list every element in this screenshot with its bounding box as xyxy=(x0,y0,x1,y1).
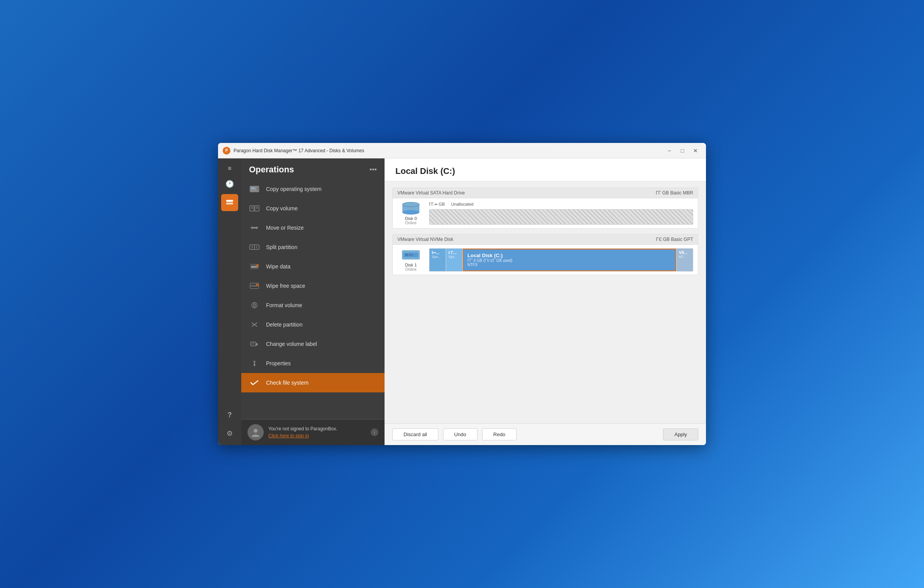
user-info-button[interactable]: i xyxy=(371,428,378,436)
ops-item-copy-os[interactable]: OS Copy operating system xyxy=(241,179,385,199)
sidebar-item-settings[interactable]: ⚙ xyxy=(221,425,238,442)
bottom-bar: Discard all Undo Redo Apply xyxy=(385,423,706,445)
content-header: Local Disk (C:) xyxy=(385,158,706,181)
ops-item-split-partition[interactable]: Split partition xyxy=(241,237,385,257)
svg-rect-8 xyxy=(251,208,253,209)
user-not-signed-text: You're not signed to ParagonBox. xyxy=(268,426,366,432)
disk1-status: Online xyxy=(405,267,417,272)
svg-rect-10 xyxy=(256,207,258,208)
ops-item-delete-partition[interactable]: Delete partition xyxy=(241,315,385,334)
ops-item-delete-partition-label: Delete partition xyxy=(266,322,302,328)
split-partition-icon xyxy=(249,242,260,253)
maximize-button[interactable]: □ xyxy=(677,146,688,155)
svg-rect-44 xyxy=(411,254,413,256)
disk1-group: VMware Virtual NVMe Disk ΓϾ GB Basic GPT xyxy=(392,234,698,275)
redo-button[interactable]: Redo xyxy=(482,428,517,440)
ops-item-change-label[interactable]: Change volume label xyxy=(241,334,385,354)
ops-item-copy-volume[interactable]: Copy volume xyxy=(241,199,385,218)
disk1-icon-block: Disk 1 Online xyxy=(397,248,424,272)
apply-button[interactable]: Apply xyxy=(663,428,698,440)
main-layout: ≡ 🕐 ? ⚙ xyxy=(218,158,706,445)
disk1-header: VMware Virtual NVMe Disk ΓϾ GB Basic GPT xyxy=(393,234,698,245)
ops-item-properties-label: Properties xyxy=(266,360,291,366)
titlebar-title: Paragon Hard Disk Manager™ 17 Advanced -… xyxy=(234,148,663,153)
minimize-button[interactable]: − xyxy=(663,146,675,155)
svg-rect-34 xyxy=(254,363,255,366)
svg-rect-0 xyxy=(226,200,233,202)
discard-all-button[interactable]: Discard all xyxy=(392,428,438,440)
svg-point-33 xyxy=(254,361,256,363)
ops-header: Operations ••• xyxy=(241,158,385,179)
user-section: You're not signed to ParagonBox. Click h… xyxy=(241,419,385,445)
disk1-body: Disk 1 Online Ι••... Sys... xyxy=(393,245,698,275)
user-avatar xyxy=(247,424,264,440)
ops-item-move-resize[interactable]: Move or Resize xyxy=(241,218,385,237)
disk1-bar: Ι••... Sys... Ι Γ... Sys... xyxy=(429,248,693,272)
bottom-bar-left: Discard all Undo Redo xyxy=(392,428,517,440)
disk0-bar-area: ΓΓ.•• GB Unallocated xyxy=(429,202,693,225)
svg-point-35 xyxy=(254,429,258,433)
disk0-unallocated-segment xyxy=(429,210,693,224)
delete-partition-icon xyxy=(249,319,260,330)
disk1-header-right: ΓϾ GB Basic GPT xyxy=(656,237,693,242)
svg-point-24 xyxy=(253,304,256,306)
disk-area: VMware Virtual SATA Hard Drive ΓΓ GB Bas… xyxy=(385,181,706,423)
wipe-free-icon: FREE xyxy=(249,280,260,291)
ops-item-properties[interactable]: Properties xyxy=(241,354,385,373)
disk1-vol-sys1[interactable]: Ι••... Sys... xyxy=(429,249,446,271)
disk0-body: Disk 0 Online ΓΓ.•• GB Unallocated xyxy=(393,198,698,228)
wipe-data-icon: DATA xyxy=(249,261,260,272)
disk0-icon-block: Disk 0 Online xyxy=(397,201,424,225)
ops-item-move-resize-label: Move or Resize xyxy=(266,225,304,231)
sidebar-top: 🕐 xyxy=(218,175,241,406)
svg-rect-7 xyxy=(251,207,253,208)
sidebar-item-history[interactable]: 🕐 xyxy=(221,175,238,193)
ops-more-button[interactable]: ••• xyxy=(369,166,377,174)
ops-item-check-fs-label: Check file system xyxy=(266,380,309,386)
svg-point-38 xyxy=(402,210,419,215)
operations-panel: Operations ••• OS Copy oper xyxy=(241,158,385,445)
app-icon: P xyxy=(223,147,230,155)
svg-rect-11 xyxy=(256,208,258,209)
properties-icon xyxy=(249,358,260,369)
sidebar-bottom: ? ⚙ xyxy=(218,406,241,445)
page-title: Local Disk (C:) xyxy=(395,166,695,176)
signin-link[interactable]: Click here to sign in xyxy=(268,433,309,438)
disk0-size-sub: Unallocated xyxy=(451,202,474,206)
ops-item-wipe-data-label: Wipe data xyxy=(266,263,290,270)
svg-rect-42 xyxy=(405,254,408,256)
ops-item-wipe-data[interactable]: DATA Wipe data xyxy=(241,257,385,276)
check-fs-icon xyxy=(249,377,260,388)
disk1-vol-sys2[interactable]: Ι Γ... Sys... xyxy=(446,249,462,271)
ops-item-format-volume[interactable]: Format volume xyxy=(241,296,385,315)
window-controls: − □ ✕ xyxy=(663,146,701,155)
svg-rect-12 xyxy=(252,227,256,229)
disk0-label: Disk 0 xyxy=(405,216,417,221)
user-info: You're not signed to ParagonBox. Click h… xyxy=(268,426,366,439)
disk0-group: VMware Virtual SATA Hard Drive ΓΓ GB Bas… xyxy=(392,187,698,229)
content-area: Local Disk (C:) VMware Virtual SATA Hard… xyxy=(385,158,706,445)
icon-sidebar: ≡ 🕐 ? ⚙ xyxy=(218,158,241,445)
menu-icon[interactable]: ≡ xyxy=(221,162,238,175)
ops-item-check-fs[interactable]: Check file system xyxy=(241,373,385,392)
undo-button[interactable]: Undo xyxy=(443,428,477,440)
disk0-size: ΓΓ.•• GB xyxy=(429,202,445,206)
sidebar-item-disks[interactable] xyxy=(221,194,238,211)
close-button[interactable]: ✕ xyxy=(690,146,701,155)
disk0-header-right: ΓΓ GB Basic MBR xyxy=(656,190,693,196)
ops-item-wipe-free-label: Wipe free space xyxy=(266,283,305,289)
disk0-icon xyxy=(401,201,421,215)
disk1-vol-c[interactable]: Local Disk (C:) ΓΓ'.ΙΙ GB (ΓV.ϾΓ GB used… xyxy=(463,249,676,271)
svg-rect-29 xyxy=(251,342,256,346)
disk1-label: Disk 1 xyxy=(405,263,417,267)
move-resize-icon xyxy=(249,222,260,233)
copy-volume-icon xyxy=(249,203,260,214)
svg-text:OS: OS xyxy=(251,187,254,189)
ops-item-wipe-free[interactable]: FREE Wipe free space xyxy=(241,276,385,296)
disk1-vol-last[interactable]: V9... NT... xyxy=(677,249,693,271)
format-volume-icon xyxy=(249,300,260,311)
disk0-header-label: VMware Virtual SATA Hard Drive xyxy=(397,190,465,196)
sidebar-item-help[interactable]: ? xyxy=(221,406,238,423)
disk1-header-label: VMware Virtual NVMe Disk xyxy=(397,237,453,242)
disk0-header: VMware Virtual SATA Hard Drive ΓΓ GB Bas… xyxy=(393,188,698,198)
